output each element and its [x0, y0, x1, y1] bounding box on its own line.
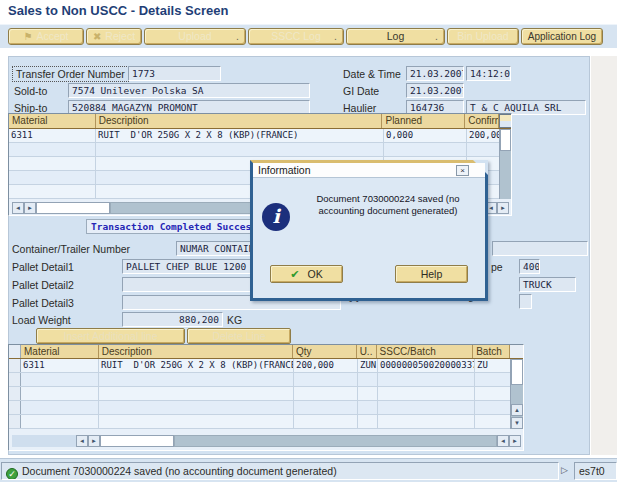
date-input[interactable]: 21.03.2007: [406, 66, 464, 81]
col-confirmed[interactable]: Confirmed: [465, 114, 499, 128]
pallet-detail3-label: Pallet Detail3: [12, 297, 74, 309]
status-message: Document 7030000224 saved (no accounting…: [22, 465, 337, 477]
type-input[interactable]: 400: [519, 259, 540, 274]
table-row-empty[interactable]: [9, 415, 523, 429]
success-check-icon: ✓: [6, 468, 18, 480]
reject-button[interactable]: ✖Reject: [86, 28, 142, 45]
table-row-empty[interactable]: [9, 143, 511, 157]
col-material[interactable]: Material: [21, 345, 99, 358]
table1-hscroll-thumb[interactable]: [36, 202, 110, 214]
transfer-order-input[interactable]: 1773: [128, 66, 221, 81]
sscc-log-menu-dot[interactable]: .: [334, 29, 337, 44]
scroll-right-icon[interactable]: ►: [509, 435, 521, 447]
time-input[interactable]: 14:12:05: [466, 66, 511, 81]
date-time-label: Date & Time: [343, 68, 401, 80]
sold-to-label: Sold-to: [14, 85, 47, 97]
col-batch[interactable]: Batch: [473, 345, 510, 358]
information-dialog: Information × i Document 7030000224 save…: [250, 160, 488, 301]
accept-button[interactable]: ⚑Accept: [8, 28, 84, 45]
reject-x-icon: ✖: [93, 31, 101, 42]
application-log-button[interactable]: Application Log: [521, 28, 603, 45]
pallet-detail2-label: Pallet Detail2: [12, 279, 74, 291]
status-system-field: es7t0: [574, 462, 617, 480]
pallet-detail1-label: Pallet Detail1: [12, 261, 74, 273]
insert-additional-line-button[interactable]: Insert Additional line: [36, 328, 185, 344]
help-button[interactable]: Help: [395, 265, 468, 283]
type-label-fragment: pe: [491, 261, 503, 273]
info-icon: i: [262, 203, 290, 231]
table-row-empty[interactable]: [9, 401, 523, 415]
col-material[interactable]: Material: [9, 114, 96, 128]
table1-vertical-scrollbar[interactable]: [499, 129, 511, 199]
gi-date-label: GI Date: [343, 85, 379, 97]
accept-flag-icon: ⚑: [23, 31, 32, 42]
log-menu-dot[interactable]: .: [435, 29, 438, 44]
status-bar: ✓ Document 7030000224 saved (no accounti…: [0, 458, 617, 482]
vehicle-type-input[interactable]: TRUCK: [519, 277, 576, 292]
header-cap: [510, 345, 523, 358]
log-button[interactable]: Log.: [346, 28, 445, 45]
scroll-up-icon[interactable]: ▲: [511, 404, 523, 416]
dialog-titlebar: Information ×: [253, 163, 485, 178]
scroll-left-icon[interactable]: ◄: [12, 202, 24, 214]
sold-to-input[interactable]: 7574 Unilever Polska SA: [68, 83, 310, 98]
scroll-right-icon[interactable]: ►: [497, 202, 509, 214]
container-extra-input[interactable]: [492, 241, 588, 256]
dialog-message: Document 7030000224 saved (no accounting…: [293, 193, 483, 217]
col-description[interactable]: Description: [99, 345, 293, 358]
table2-hscroll-track[interactable]: [174, 435, 497, 447]
table2-vertical-scrollbar[interactable]: ▲ ▼: [510, 359, 523, 429]
col-qty[interactable]: Qty: [293, 345, 357, 358]
load-weight-label: Load Weight: [12, 314, 71, 326]
load-weight-input[interactable]: 880,200: [122, 312, 223, 327]
hscroll-spacer: [12, 435, 76, 447]
application-toolbar: ⚑Accept ✖Reject Upload. SSCC Log. Log. B…: [0, 24, 617, 48]
scroll-right-icon[interactable]: ►: [24, 202, 36, 214]
table-row-empty[interactable]: [9, 373, 523, 387]
col-description[interactable]: Description: [96, 114, 383, 128]
table2-hscroll-thumb[interactable]: [100, 435, 174, 447]
sap-window: Sales to Non USCC - Details Screen ⚑Acce…: [0, 0, 617, 486]
confirmation-table-header: Material Description Planned Confirmed: [9, 114, 511, 129]
status-expand-icon[interactable]: ▷: [561, 465, 568, 475]
sscc-log-button[interactable]: SSCC Log.: [248, 28, 344, 45]
sscc-batch-table: Material Description Qty U.. SSCC/Batch …: [8, 344, 524, 451]
transfer-order-label: Transfer Order Number: [12, 66, 129, 82]
right-margin: [591, 56, 617, 455]
load-weight-unit: KG: [227, 314, 242, 326]
page-title: Sales to Non USCC - Details Screen: [8, 3, 228, 18]
ok-button[interactable]: ✔OK: [270, 265, 343, 283]
table2-vscroll-thumb[interactable]: [511, 359, 523, 385]
scroll-left-icon[interactable]: ◄: [76, 435, 88, 447]
col-sscc-batch[interactable]: SSCC/Batch: [377, 345, 474, 358]
table-config-icon[interactable]: [499, 114, 511, 128]
ok-check-icon: ✔: [290, 268, 299, 280]
container-trailer-label: Container/Trailer Number: [12, 243, 130, 255]
bin-upload-button[interactable]: Bin Upload: [447, 28, 519, 45]
scroll-down-icon[interactable]: ▼: [511, 417, 523, 429]
row-selector[interactable]: [9, 359, 21, 372]
table1-vscroll-thumb[interactable]: [500, 129, 511, 151]
col-unit[interactable]: U..: [357, 345, 377, 358]
table-row-empty[interactable]: [9, 387, 523, 401]
scroll-left-icon[interactable]: ◄: [497, 435, 509, 447]
table-row[interactable]: 6311 RUIT D'OR 250G X 2 X 8 (KBP)(FRANCE…: [9, 129, 511, 143]
upload-menu-dot[interactable]: .: [236, 29, 239, 44]
dialog-close-icon[interactable]: ×: [456, 165, 469, 176]
table-row[interactable]: 6311 RUIT D'OR 250G X 2 X 8 (KBP)(FRANCE…: [9, 359, 523, 373]
scroll-right-icon[interactable]: ►: [88, 435, 100, 447]
col-planned[interactable]: Planned: [382, 114, 465, 128]
gi-date-input[interactable]: 21.03.2007: [406, 83, 464, 98]
row-selector-header[interactable]: [9, 345, 21, 358]
sscc-table-header: Material Description Qty U.. SSCC/Batch …: [9, 345, 523, 359]
delete-line-button[interactable]: Delete Line: [187, 328, 291, 344]
table2-horizontal-scrollbar[interactable]: ◄ ► ◄ ►: [12, 435, 521, 448]
status-message-field: ✓ Document 7030000224 saved (no accounti…: [1, 462, 559, 480]
storage-input[interactable]: [519, 294, 532, 309]
dialog-title: Information: [258, 164, 311, 176]
upload-button[interactable]: Upload.: [144, 28, 246, 45]
